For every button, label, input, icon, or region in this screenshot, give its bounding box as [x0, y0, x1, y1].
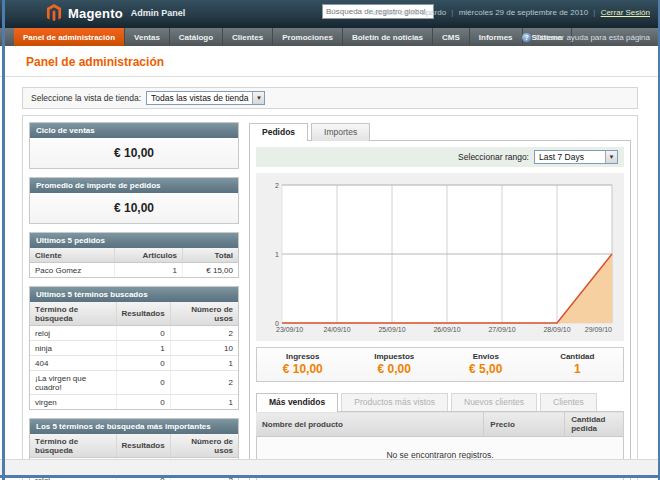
- nav-item-clientes[interactable]: Clientes: [223, 28, 273, 46]
- tab-nuevos-clientes: Nuevos clientes: [451, 393, 537, 411]
- total-value: € 5,00: [440, 362, 532, 376]
- nav-item-ventas[interactable]: Ventas: [125, 28, 170, 46]
- table-cell: reloj: [30, 326, 116, 341]
- help-link[interactable]: ? Obtener ayuda para esta página: [522, 28, 650, 46]
- svg-text:2: 2: [275, 182, 279, 189]
- table-header-cell: Número de usos: [170, 434, 238, 458]
- total-impuestos: Impuestos€ 0,00: [349, 348, 441, 381]
- table-cell: 0: [116, 356, 170, 371]
- tab-clientes: Clientes: [540, 393, 597, 411]
- range-select[interactable]: Last 7 Days ▼: [534, 150, 618, 164]
- table-cell: 10: [170, 341, 238, 356]
- window-frame-bottom: [0, 475, 660, 478]
- nav-item-cms[interactable]: CMS: [433, 28, 470, 46]
- tab-productos-m-s-vistos: Productos más vistos: [341, 393, 448, 411]
- table-row[interactable]: ninja110: [30, 341, 238, 356]
- svg-text:28/09/10: 28/09/10: [543, 326, 570, 333]
- grid-header-row: Nombre del productoPrecioCantidad pedida: [256, 412, 624, 437]
- store-switcher-label: Seleccione la vista de tienda:: [31, 93, 141, 103]
- grid-header-cell: Nombre del producto: [256, 412, 484, 437]
- nav-item-panel-de-administraci-n[interactable]: Panel de administración: [14, 28, 125, 46]
- table-row[interactable]: Paco Gomez1€ 15,00: [30, 263, 238, 278]
- window-frame-left: [2, 0, 5, 480]
- total-cantidad: Cantidad1: [532, 348, 624, 381]
- table-header-cell: Total: [183, 248, 238, 263]
- table-cell: 0: [116, 371, 170, 395]
- table-cell: 2: [170, 371, 238, 395]
- nav-item-cat-logo[interactable]: Catálogo: [170, 28, 223, 46]
- average-orders-card: Promedio de importe de pedidos € 10,00: [29, 177, 239, 224]
- magento-logo: Magento Admin Panel: [46, 4, 185, 22]
- total-label: Cantidad: [532, 352, 624, 361]
- table-cell: 1: [170, 395, 238, 410]
- products-grid: Nombre del productoPrecioCantidad pedida: [256, 411, 624, 437]
- separator: |: [451, 8, 453, 17]
- card-title: Promedio de importe de pedidos: [30, 178, 238, 193]
- dashboard-right-column: PedidosImportes Seleccionar rango: Last …: [249, 122, 631, 480]
- table-row[interactable]: ¡La virgen que cuadro!02: [30, 371, 238, 395]
- logout-link[interactable]: Cerrar Sesión: [601, 8, 650, 17]
- logged-in-as: Accedió como apardo: [369, 8, 446, 17]
- svg-text:23/09/10: 23/09/10: [276, 326, 303, 333]
- header-bar: Magento Admin Panel Accedió como apardo …: [0, 0, 660, 28]
- diagram-tabs: PedidosImportes: [249, 122, 631, 141]
- main-nav: Panel de administraciónVentasCatálogoCli…: [0, 28, 660, 46]
- tab-pedidos[interactable]: Pedidos: [249, 123, 308, 141]
- bottom-tabs: Más vendidosProductos más vistosNuevos c…: [256, 392, 624, 411]
- table-row[interactable]: reloj02: [30, 326, 238, 341]
- current-date: miércoles 29 de septiembre de 2010: [459, 8, 588, 17]
- range-bar: Seleccionar rango: Last 7 Days ▼: [256, 147, 624, 167]
- tab-m-s-vendidos[interactable]: Más vendidos: [256, 393, 338, 411]
- nav-item-promociones[interactable]: Promociones: [273, 28, 343, 46]
- table-cell: virgen: [30, 395, 116, 410]
- lifetime-sales-card: Ciclo de ventas € 10,00: [29, 122, 239, 169]
- grid-header-cell: Cantidad pedida: [565, 412, 624, 437]
- table-row[interactable]: 40401: [30, 356, 238, 371]
- svg-text:24/09/10: 24/09/10: [323, 326, 350, 333]
- nav-item-informes[interactable]: Informes: [470, 28, 523, 46]
- footer-strip: [0, 459, 660, 475]
- tab-importes[interactable]: Importes: [311, 123, 370, 141]
- nav-menu: Panel de administraciónVentasCatálogoCli…: [0, 28, 572, 46]
- table-cell: ¡La virgen que cuadro!: [30, 371, 116, 395]
- help-label: Obtener ayuda para esta página: [535, 33, 650, 42]
- magento-admin-window: Magento Admin Panel Accedió como apardo …: [0, 0, 660, 480]
- nav-item-bolet-n-de-noticias[interactable]: Boletín de noticias: [343, 28, 433, 46]
- total-label: Ingresos: [257, 352, 349, 361]
- svg-text:25/09/10: 25/09/10: [378, 326, 405, 333]
- store-view-select[interactable]: Todas las vistas de tienda ▼: [146, 91, 265, 105]
- page-head: Panel de administración: [0, 46, 660, 77]
- svg-text:26/09/10: 26/09/10: [433, 326, 460, 333]
- total-ingresos: Ingresos€ 10,00: [257, 348, 349, 381]
- store-switcher: Seleccione la vista de tienda: Todas las…: [22, 87, 638, 109]
- separator: |: [593, 8, 595, 17]
- total-envios: Envios€ 5,00: [440, 348, 532, 381]
- table-row[interactable]: virgen01: [30, 395, 238, 410]
- chevron-down-icon: ▼: [605, 151, 617, 163]
- total-value: € 0,00: [349, 362, 441, 376]
- svg-text:29/09/10: 29/09/10: [585, 326, 612, 333]
- help-icon: ?: [522, 33, 531, 42]
- table-header-cell: Cliente: [30, 248, 115, 263]
- table-header-cell: Resultados: [116, 302, 170, 326]
- store-view-value: Todas las vistas de tienda: [147, 93, 252, 103]
- card-title: Ciclo de ventas: [30, 123, 238, 138]
- diagram-panel: Seleccionar rango: Last 7 Days ▼ 01223/0…: [249, 140, 631, 480]
- dashboard-content: Ciclo de ventas € 10,00 Promedio de impo…: [22, 115, 638, 480]
- table-cell: 1: [116, 341, 170, 356]
- total-label: Envios: [440, 352, 532, 361]
- table-header-cell: Término de búsqueda: [30, 434, 116, 458]
- svg-text:27/09/10: 27/09/10: [488, 326, 515, 333]
- last-orders-card: Ultimos 5 pedidos ClienteArticulosTotalP…: [29, 232, 239, 278]
- last-search-terms-table: Término de búsquedaResultadosNúmero de u…: [30, 302, 238, 409]
- table-cell: 1: [115, 263, 183, 278]
- table-header-cell: Resultados: [116, 434, 170, 458]
- grid-header-cell: Precio: [484, 412, 565, 437]
- logo-text: Magento: [68, 6, 123, 21]
- table-cell: 1: [170, 356, 238, 371]
- card-title: Los 5 términos de búsqueda más important…: [30, 419, 238, 434]
- card-title: Ultimos 5 términos buscados: [30, 287, 238, 302]
- range-label: Seleccionar rango:: [458, 152, 529, 162]
- last-orders-table: ClienteArticulosTotalPaco Gomez1€ 15,00: [30, 248, 238, 277]
- logo-subtitle: Admin Panel: [131, 8, 186, 18]
